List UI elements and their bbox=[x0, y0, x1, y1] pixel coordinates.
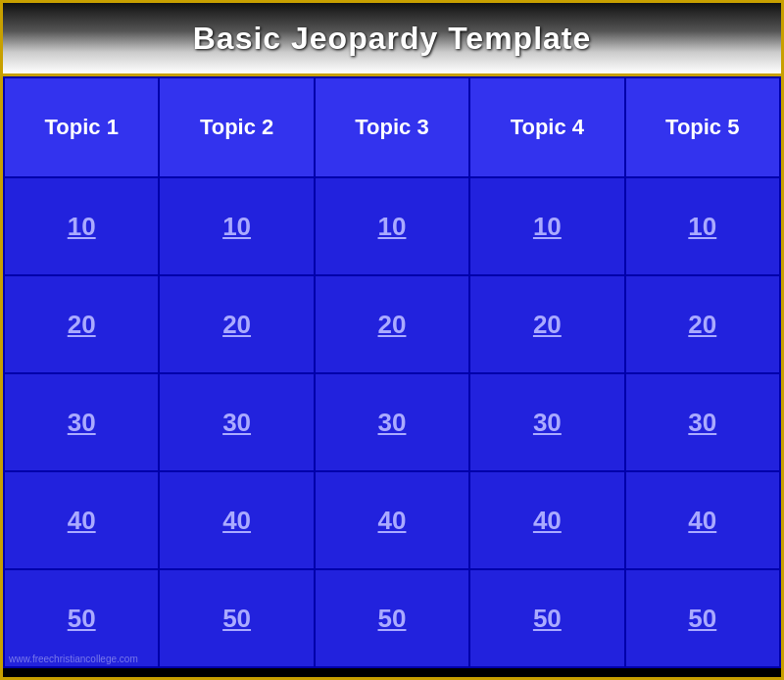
score-cell-r4-c2[interactable]: 40 bbox=[159, 471, 314, 569]
score-cell-r3-c2[interactable]: 30 bbox=[159, 373, 314, 471]
score-cell-r1-c3[interactable]: 10 bbox=[315, 177, 469, 275]
score-cell-r5-c3[interactable]: 50 bbox=[315, 569, 469, 667]
score-value-r4-c2[interactable]: 40 bbox=[222, 506, 251, 535]
score-value-r2-c2[interactable]: 20 bbox=[222, 310, 251, 339]
score-cell-r1-c5[interactable]: 10 bbox=[625, 177, 780, 275]
score-cell-r2-c2[interactable]: 20 bbox=[159, 275, 314, 373]
score-value-r2-c5[interactable]: 20 bbox=[688, 310, 716, 339]
score-value-r3-c5[interactable]: 30 bbox=[688, 408, 716, 437]
score-cell-r3-c4[interactable]: 30 bbox=[469, 373, 624, 471]
score-cell-r3-c1[interactable]: 30 bbox=[4, 373, 159, 471]
score-value-r5-c1[interactable]: 50 bbox=[68, 604, 96, 633]
score-value-r3-c3[interactable]: 30 bbox=[378, 408, 407, 437]
score-cell-r4-c1[interactable]: 40 bbox=[4, 471, 159, 569]
topic-label-4: Topic 4 bbox=[511, 115, 584, 139]
score-value-r3-c1[interactable]: 30 bbox=[68, 408, 96, 437]
score-cell-r1-c2[interactable]: 10 bbox=[159, 177, 314, 275]
score-value-r1-c2[interactable]: 10 bbox=[222, 212, 251, 241]
score-cell-r3-c5[interactable]: 30 bbox=[625, 373, 780, 471]
score-value-r1-c5[interactable]: 10 bbox=[688, 212, 716, 241]
topic-label-5: Topic 5 bbox=[665, 115, 739, 139]
score-value-r2-c3[interactable]: 20 bbox=[378, 310, 407, 339]
score-value-r5-c3[interactable]: 50 bbox=[378, 604, 407, 633]
topic-header-4: Topic 4 bbox=[469, 77, 624, 177]
jeopardy-grid: Topic 1Topic 2Topic 3Topic 4Topic 510101… bbox=[3, 73, 781, 668]
score-value-r1-c1[interactable]: 10 bbox=[68, 212, 96, 241]
score-value-r1-c3[interactable]: 10 bbox=[378, 212, 407, 241]
topic-header-3: Topic 3 bbox=[315, 77, 469, 177]
topic-header-1: Topic 1 bbox=[4, 77, 159, 177]
score-cell-r5-c5[interactable]: 50 bbox=[625, 569, 780, 667]
grid-table: Topic 1Topic 2Topic 3Topic 4Topic 510101… bbox=[3, 76, 781, 668]
score-value-r4-c4[interactable]: 40 bbox=[533, 506, 562, 535]
score-cell-r4-c4[interactable]: 40 bbox=[469, 471, 624, 569]
score-cell-r4-c3[interactable]: 40 bbox=[315, 471, 469, 569]
score-value-r1-c4[interactable]: 10 bbox=[533, 212, 562, 241]
score-value-r3-c2[interactable]: 30 bbox=[222, 408, 251, 437]
score-cell-r5-c2[interactable]: 50 bbox=[159, 569, 314, 667]
score-value-r2-c1[interactable]: 20 bbox=[68, 310, 96, 339]
app-container: Basic Jeopardy Template Topic 1Topic 2To… bbox=[0, 0, 784, 680]
score-value-r3-c4[interactable]: 30 bbox=[533, 408, 562, 437]
topic-header-2: Topic 2 bbox=[159, 77, 314, 177]
score-cell-r3-c3[interactable]: 30 bbox=[315, 373, 469, 471]
score-cell-r2-c1[interactable]: 20 bbox=[4, 275, 159, 373]
score-value-r5-c2[interactable]: 50 bbox=[222, 604, 251, 633]
watermark-text: www.freechristiancollege.com bbox=[9, 654, 138, 664]
score-cell-r2-c5[interactable]: 20 bbox=[625, 275, 780, 373]
score-cell-r1-c4[interactable]: 10 bbox=[469, 177, 624, 275]
topic-label-2: Topic 2 bbox=[200, 115, 273, 139]
score-cell-r5-c4[interactable]: 50 bbox=[469, 569, 624, 667]
score-cell-r2-c3[interactable]: 20 bbox=[315, 275, 469, 373]
score-cell-r5-c1[interactable]: www.freechristiancollege.com50 bbox=[4, 569, 159, 667]
topic-label-1: Topic 1 bbox=[45, 115, 119, 139]
score-value-r5-c5[interactable]: 50 bbox=[688, 604, 716, 633]
score-value-r5-c4[interactable]: 50 bbox=[533, 604, 562, 633]
score-value-r2-c4[interactable]: 20 bbox=[533, 310, 562, 339]
page-title: Basic Jeopardy Template bbox=[193, 21, 592, 57]
score-value-r4-c5[interactable]: 40 bbox=[688, 506, 716, 535]
topic-header-5: Topic 5 bbox=[625, 77, 780, 177]
topic-label-3: Topic 3 bbox=[355, 115, 428, 139]
score-cell-r4-c5[interactable]: 40 bbox=[625, 471, 780, 569]
score-value-r4-c1[interactable]: 40 bbox=[68, 506, 96, 535]
score-cell-r2-c4[interactable]: 20 bbox=[469, 275, 624, 373]
header: Basic Jeopardy Template bbox=[3, 3, 781, 73]
score-cell-r1-c1[interactable]: 10 bbox=[4, 177, 159, 275]
score-value-r4-c3[interactable]: 40 bbox=[378, 506, 407, 535]
